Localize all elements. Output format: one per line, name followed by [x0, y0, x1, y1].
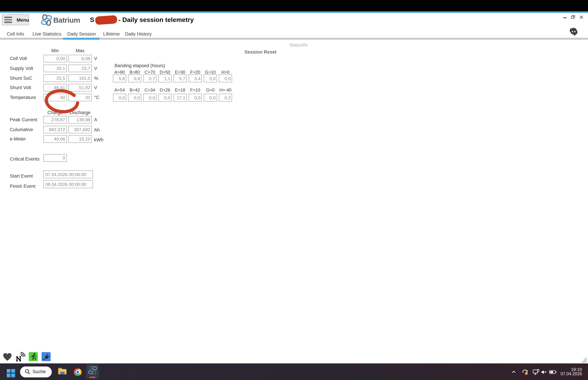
banding-value-field[interactable]: 0,7	[143, 75, 156, 82]
banding-header: A>54	[111, 87, 128, 92]
culumative-charge-field[interactable]: 982,372	[43, 126, 67, 133]
tab-cell-info[interactable]: Cell Info	[7, 31, 24, 37]
banding-value-field[interactable]: 0,0	[113, 94, 126, 102]
runner-status-icon[interactable]	[29, 352, 38, 361]
chrome-icon[interactable]	[74, 368, 81, 376]
restore-icon[interactable]	[571, 15, 575, 19]
redaction-scribble	[95, 15, 117, 25]
banding-value-field[interactable]: 17,1	[173, 94, 187, 102]
row-label-temperature: Temperature	[10, 95, 36, 100]
critical-events-field[interactable]: 0	[43, 154, 67, 162]
banding-header: F>10	[187, 87, 204, 92]
tab-daily-session[interactable]: Daily Session	[67, 31, 96, 37]
peak-current-charge-field[interactable]: 278,87	[43, 116, 67, 123]
red-circle-annotation	[42, 87, 82, 117]
tab-live-statistics[interactable]: Live Statistics	[33, 31, 61, 37]
shunt-soc-min-field[interactable]: 25,5	[43, 75, 67, 82]
chevron-up-icon[interactable]	[512, 371, 516, 373]
taskbar-clock[interactable]: 19:10 07.04.2026	[547, 368, 582, 376]
row-label-e-meter: e-Meter	[10, 136, 26, 142]
network-n-icon[interactable]	[15, 352, 25, 362]
search-label: Suche	[33, 369, 46, 374]
minmax-min-header: Min	[43, 48, 67, 53]
unit-label: A	[94, 117, 97, 122]
tab-daily-history[interactable]: Daily History	[125, 31, 152, 37]
banding-value-field[interactable]: 1,1	[158, 75, 172, 82]
banding-header: G>0	[202, 87, 219, 92]
row-label-culumative: Culumative	[10, 127, 33, 132]
banding-value-field[interactable]: 0,2	[219, 94, 232, 102]
e-meter-discharge-field[interactable]: 15,10	[68, 135, 92, 143]
banding-value-field[interactable]: 5,7	[173, 75, 187, 82]
active-app-indicator	[90, 377, 96, 378]
file-explorer-icon[interactable]	[58, 368, 67, 374]
menu-button[interactable]: Menu	[2, 14, 29, 25]
banding-value-field[interactable]: 0,0	[204, 75, 217, 82]
banding-header: B>80	[126, 69, 143, 74]
unit-label: V	[94, 66, 97, 71]
banding-header: C>34	[142, 87, 158, 92]
heart-icon[interactable]	[3, 352, 12, 361]
banding-value-field[interactable]: 3,4	[188, 75, 202, 82]
speaker-muted-icon[interactable]	[541, 370, 547, 374]
banding-header: E>30	[172, 69, 188, 74]
banding-header: F>20	[187, 69, 204, 74]
banding-header: A>90	[111, 69, 128, 74]
banding-value-field[interactable]: 0,0	[204, 94, 217, 102]
close-icon[interactable]	[579, 15, 583, 19]
banding-header: H>-40	[217, 87, 234, 92]
banding-header: H>0	[217, 69, 234, 74]
banding-title: Banding elapsed (hours)	[114, 63, 165, 68]
statusrx-label: StatusRx	[289, 42, 308, 48]
banding-value-field[interactable]: 0,0	[128, 94, 141, 102]
search-icon	[25, 369, 30, 374]
resize-grip[interactable]	[582, 358, 583, 359]
finish-event-field[interactable]: 08.04.2026 00:00:00	[43, 180, 93, 188]
session-reset-button[interactable]: Session Reset	[245, 50, 276, 55]
start-event-field[interactable]: 07.04.2026 00:00:00	[43, 171, 93, 178]
e-meter-charge-field[interactable]: 49,66	[43, 135, 67, 143]
menu-button-label: Menu	[17, 17, 29, 23]
supply-volt-max-field[interactable]: 23,7	[68, 65, 92, 72]
shunt-soc-max-field[interactable]: 101,0	[68, 75, 92, 82]
plug-icon	[42, 352, 50, 361]
unit-label: V	[94, 56, 97, 61]
banding-header: D>26	[157, 87, 173, 92]
page-title-text: - Daily session telemetry	[118, 16, 194, 24]
banding-value-field[interactable]: 0,8	[128, 75, 141, 82]
banding-header: E>18	[172, 87, 188, 92]
banding-value-field[interactable]: 0,0	[158, 94, 172, 102]
taskbar-search[interactable]: Suche	[20, 366, 52, 377]
cell-volt-max-field[interactable]: 6,06	[68, 55, 92, 62]
banding-value-field[interactable]: 5,6	[113, 75, 126, 82]
support-agent-icon[interactable]	[569, 27, 578, 37]
tab-lifetime[interactable]: Lifetime	[103, 31, 120, 37]
page-title-prefix: S	[90, 16, 94, 24]
banding-value-field[interactable]: 0,0	[188, 94, 202, 102]
banding-value-field[interactable]: 0,0	[143, 94, 156, 102]
plug-status-icon[interactable]	[41, 352, 51, 361]
brand: Batrium	[41, 14, 80, 26]
clock-date: 07.04.2026	[547, 372, 582, 375]
hamburger-icon	[4, 17, 12, 23]
unit-label: Ah	[94, 127, 100, 133]
batrium-taskbar-icon[interactable]	[86, 364, 99, 379]
clock-time: 19:10	[547, 368, 582, 372]
banding-header: G>10	[202, 69, 219, 74]
banding-header: C>70	[142, 69, 158, 74]
sync-icon[interactable]	[522, 369, 528, 375]
monitor-icon[interactable]	[533, 369, 539, 375]
row-label-cell-volt: Cell Volt	[10, 56, 27, 61]
banding-header: B>42	[126, 87, 143, 92]
unit-label: °C	[94, 95, 99, 100]
peak-current-discharge-field[interactable]: 139,98	[68, 116, 92, 123]
row-label-supply-volt: Supply Volt	[10, 66, 33, 71]
window-accent-bar	[0, 11, 588, 13]
cell-volt-min-field[interactable]: 0,00	[43, 55, 67, 62]
culumative-discharge-field[interactable]: 307,692	[68, 126, 92, 133]
start-button[interactable]	[7, 369, 15, 378]
minimize-icon[interactable]	[563, 17, 567, 18]
banding-value-field[interactable]: 0,0	[219, 75, 232, 82]
minmax-max-header: Max	[68, 48, 92, 53]
supply-volt-min-field[interactable]: 20,1	[43, 65, 67, 72]
